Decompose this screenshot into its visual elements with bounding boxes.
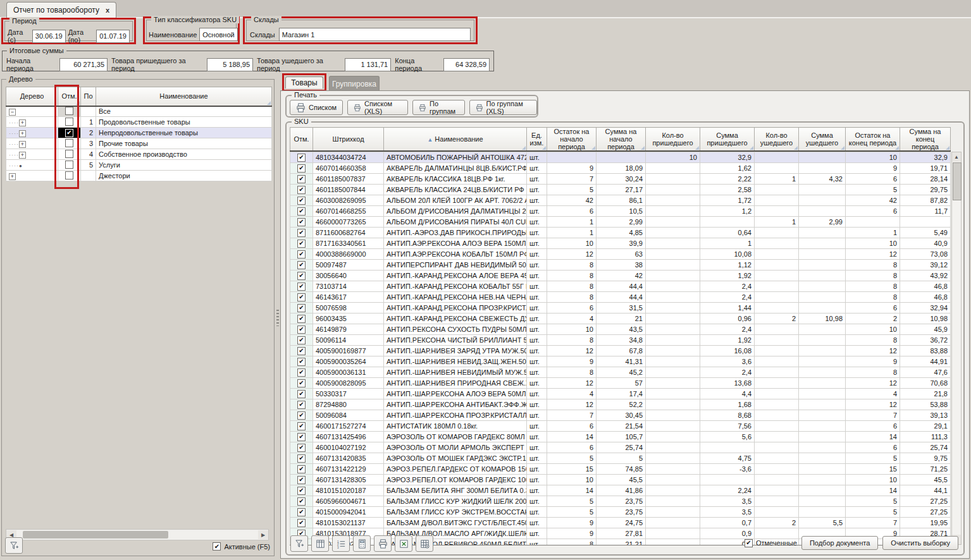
table-row[interactable]: ✔8717163340561АНТИП.АЭР.РЕКСОНА АЛОЭ ВЕР… [290, 238, 951, 249]
pick-document-button[interactable]: Подбор документа [801, 536, 878, 550]
row-checkbox[interactable]: ✔ [297, 261, 306, 269]
table-row[interactable]: ✔4005900169877АНТИП.-ШАР.НИВЕЯ ЗАРЯД УТР… [290, 346, 951, 356]
row-checkbox[interactable]: ✔ [297, 293, 306, 301]
sku-col-header[interactable]: Ед. изм. [527, 128, 547, 152]
date-from-field[interactable]: 30.06.19 [32, 30, 66, 43]
table-row[interactable]: ✔46149879АНТИП.РЕКСОНА СУХОСТЬ ПУДРЫ 50М… [290, 324, 951, 335]
sku-col-header[interactable]: Штрихкод [313, 128, 384, 152]
row-checkbox[interactable]: ✔ [297, 315, 306, 323]
row-checkbox[interactable]: ✔ [297, 422, 306, 430]
totals-in-value[interactable]: 5 188,95 [207, 58, 253, 71]
tree-row[interactable]: −Все [6, 106, 272, 117]
numbered-list-button[interactable]: 123 [332, 535, 350, 552]
row-checkbox[interactable]: ✔ [297, 347, 306, 355]
collapse-icon[interactable]: − [9, 109, 16, 116]
tree-row[interactable]: ····+3Прочие товары [6, 138, 272, 149]
table-row[interactable]: ✔8711600682764АНТИП.-АЭРОЗ.ДАВ ПРИКОСН.П… [290, 228, 951, 238]
row-checkbox[interactable]: ✔ [297, 411, 306, 420]
scroll-up-icon[interactable]: ▲ [952, 152, 961, 162]
tree-row[interactable]: ····●5Услуги [6, 160, 272, 171]
active-f5-toggle[interactable]: ✔ Активные (F5) [213, 542, 270, 551]
row-checkbox[interactable]: ✔ [297, 229, 306, 237]
row-checkbox[interactable]: ✔ [297, 497, 306, 506]
sku-scrollbar-thumb[interactable] [953, 162, 962, 200]
table-row[interactable]: ✔4607131422129АЭРОЗ.РЕПЕЛ.ГАРДЕКС ОТ КОМ… [290, 464, 951, 475]
tree-name-cell[interactable]: Непродовольственные товары [96, 128, 272, 138]
panel-splitter[interactable] [276, 75, 280, 556]
sku-col-header[interactable]: Кол-во ушедшего [755, 128, 799, 152]
expand-icon[interactable]: + [19, 119, 26, 126]
table-row[interactable]: ✔4005900035264АНТИП.-ШАР.НИВЕЯ НЕВИД.ЗАЩ… [290, 356, 951, 367]
table-row[interactable]: ✔4015000942041БАЛЬЗАМ ГЛИСС КУР ЭКСТРЕМ.… [290, 507, 951, 518]
row-checkbox[interactable]: ✔ [297, 154, 306, 162]
active-f5-checkbox[interactable]: ✔ [213, 542, 221, 551]
table-row[interactable]: ✔50096114АНТИП.РЕКСОНА ЧИСТЫЙ БРИЛЛИАНТ … [290, 335, 951, 346]
expand-icon[interactable]: + [19, 130, 26, 137]
totals-end-value[interactable]: 64 328,59 [443, 58, 490, 71]
tree-row[interactable]: +Джестори [6, 171, 272, 181]
table-row[interactable]: ✔50097487АНТИПЕРСПИРАНТ ДАВ НЕВИДИМЫЙ 50… [290, 260, 951, 271]
row-checkbox[interactable]: ✔ [297, 519, 306, 527]
table-row[interactable]: ✔4600171527274АНТИСТАТИК 180МЛ 0.18кг.шт… [290, 421, 951, 432]
row-checkbox[interactable]: ✔ [297, 390, 306, 398]
sku-col-header[interactable]: Остаток на конец периода [846, 128, 900, 152]
tab-gruppirovka[interactable]: Группировка [329, 76, 380, 91]
table-row[interactable]: ✔96003435АНТИП.-КАРАНД.РЕКСОНА СВЕЖЕСТЬ … [290, 313, 951, 324]
sku-col-header[interactable]: Остаток на начало периода [547, 128, 597, 152]
tree-col-header[interactable]: Дерево [6, 87, 58, 106]
date-to-field[interactable]: 01.07.19 [96, 30, 130, 43]
clear-selection-button[interactable]: Очистить выборку [882, 536, 958, 550]
table-row[interactable]: ✔4005900828095АНТИП.-ШАР.НИВЕЯ ПРИРОДНАЯ… [290, 378, 951, 389]
print-button[interactable]: Списком (XLS) [347, 100, 408, 115]
expand-icon[interactable]: + [19, 152, 26, 159]
table-row[interactable]: ✔4600104027192АЭРОЗОЛЬ ОТ МОЛИ АРМОЛЬ ЭК… [290, 442, 951, 453]
row-checkbox[interactable]: ✔ [297, 465, 306, 473]
table-row[interactable]: ✔46143617АНТИП.-КАРАНД.РЕКСОНА НЕВ.НА ЧЕ… [290, 292, 951, 303]
tree-col-header[interactable]: Наименование [96, 87, 272, 106]
table-row[interactable]: ✔4660000773265АЛЬБОМ Д/РИСОВАНИЯ ПИРАТЫ … [290, 217, 951, 228]
tree-row[interactable]: ····+✔2Непродовольственные товары [6, 128, 272, 138]
row-checkbox[interactable]: ✔ [297, 186, 306, 194]
tree-row[interactable]: ····+4Собственное производство [6, 149, 272, 160]
totals-start-value[interactable]: 60 271,35 [59, 58, 108, 71]
table-row[interactable]: ✔4810344034724АВТОМОБИЛЬ ПОЖАРНЫЙ АНТОШК… [290, 152, 951, 163]
sku-vertical-scrollbar[interactable]: ▲ ▼ [951, 152, 962, 545]
row-checkbox[interactable]: ✔ [297, 250, 306, 259]
row-checkbox[interactable]: ✔ [297, 326, 306, 334]
row-checkbox[interactable]: ✔ [297, 444, 306, 452]
table-row[interactable]: ✔4603008269095АЛЬБОМ 20Л КЛЕЙ 100ГР АК А… [290, 195, 951, 206]
row-checkbox[interactable]: ✔ [297, 175, 306, 183]
tree-scrollbar-thumb[interactable] [23, 531, 168, 539]
row-checkbox[interactable]: ✔ [297, 272, 306, 280]
sku-col-header[interactable]: ▲Наименование [384, 128, 527, 152]
printer-button[interactable] [374, 535, 392, 552]
table-row[interactable]: ✔50096084АНТИП.-ШАР.РЕКСОНА ПРОЗР.КРИСТА… [290, 410, 951, 421]
row-checkbox[interactable]: ✔ [297, 368, 306, 377]
table-row[interactable]: ✔50330317АНТИП.-ШАР.РЕКСОНА АЛОЭ ВЕРА 50… [290, 389, 951, 399]
table-row[interactable]: ✔4005900036131АНТИП.-ШАР.НИВЕЯ НЕВИДИМЫЙ… [290, 367, 951, 378]
tree-col-header[interactable]: По [81, 87, 96, 106]
calculator-button[interactable] [353, 535, 371, 552]
row-checkbox[interactable]: ✔ [297, 454, 306, 463]
sku-col-header[interactable]: Отм. [290, 128, 313, 152]
sku-type-combo[interactable]: Основной [199, 28, 237, 41]
table-row[interactable]: ✔50076598АНТИП.-КАРАНД.РЕКСОНА ПРОЗР.КРИ… [290, 303, 951, 313]
column-settings-button[interactable] [311, 535, 329, 552]
marked-toggle[interactable]: ✔ Отмеченные [745, 539, 797, 547]
row-checkbox[interactable]: ✔ [297, 508, 306, 516]
table-row[interactable]: ✔4607014660358АКВАРЕЛЬ ДАЛМАТИНЦЫ 8ЦВ.Б/… [290, 163, 951, 174]
row-checkbox[interactable]: ✔ [297, 218, 306, 226]
tree-row[interactable]: ····+1Продовольственные товары [6, 117, 272, 128]
table-row[interactable]: ✔4607014668255АЛЬБОМ Д/РИСОВАНИЯ ДАЛМАТИ… [290, 206, 951, 217]
grid-export-button[interactable] [416, 535, 433, 552]
row-checkbox[interactable]: ✔ [297, 304, 306, 312]
table-row[interactable]: ✔4601185007844АКВАРЕЛЬ КЛАССИКА 24ЦВ.Б/К… [290, 185, 951, 195]
print-button[interactable]: По группам [412, 100, 464, 115]
row-checkbox[interactable]: ✔ [297, 240, 306, 248]
tree-name-cell[interactable]: Продовольственные товары [96, 117, 272, 128]
table-row[interactable]: ✔73103714АНТИП.-КАРАНД.РЕКСОНА КОБАЛЬТ 5… [290, 281, 951, 292]
tab-tovary[interactable]: Товары [285, 76, 323, 88]
table-row[interactable]: ✔4601185007837АКВАРЕЛЬ КЛАССИКА 18ЦВ.РФ … [290, 174, 951, 185]
tree-name-cell[interactable]: Услуги [96, 160, 272, 171]
row-checkbox[interactable]: ✔ [297, 433, 306, 441]
